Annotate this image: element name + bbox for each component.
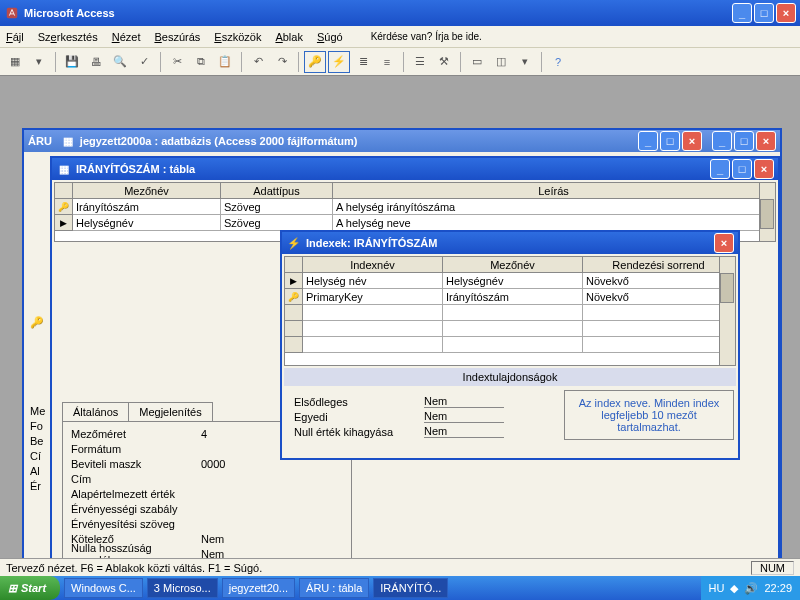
db-close-button[interactable]: × xyxy=(682,131,702,151)
table-minimize-button[interactable]: _ xyxy=(710,159,730,179)
grid-scrollbar[interactable] xyxy=(759,183,775,241)
tray-icon[interactable]: ◆ xyxy=(730,582,738,595)
field-row[interactable]: 🔑 Irányítószám Szöveg A helység irányító… xyxy=(55,199,775,215)
menu-help[interactable]: Súgó xyxy=(317,31,343,43)
index-row-selector[interactable]: ▶ xyxy=(285,273,303,289)
tab-general[interactable]: Általános xyxy=(62,402,129,421)
tab-display[interactable]: Megjelenítés xyxy=(128,402,212,421)
maximize-button[interactable]: □ xyxy=(754,3,774,23)
table-maximize-button[interactable]: □ xyxy=(732,159,752,179)
col-description[interactable]: Leírás xyxy=(333,183,775,199)
taskbar-item[interactable]: ÁRU : tábla xyxy=(299,578,369,598)
db-side-label: ÁRU xyxy=(28,135,52,147)
index-property-row[interactable]: ElsődlegesNem xyxy=(294,394,556,409)
col-datatype[interactable]: Adattípus xyxy=(221,183,333,199)
dropdown-icon[interactable]: ▾ xyxy=(28,51,50,73)
menu-insert[interactable]: Beszúrás xyxy=(154,31,200,43)
dropdown2-icon[interactable]: ▾ xyxy=(514,51,536,73)
windows-icon: ⊞ xyxy=(8,582,17,595)
menu-file[interactable]: Fájl xyxy=(6,31,24,43)
build-button[interactable]: ⚒ xyxy=(433,51,455,73)
cut-button[interactable]: ✂ xyxy=(166,51,188,73)
index-scrollbar[interactable] xyxy=(719,257,735,365)
tray-icon[interactable]: 🔊 xyxy=(744,582,758,595)
property-row[interactable]: Cím xyxy=(71,471,343,486)
index-section-header: Indextulajdonságok xyxy=(284,368,736,386)
index-row[interactable]: 🔑 PrimaryKey Irányítószám Növekvő xyxy=(285,289,735,305)
menu-edit[interactable]: Szerkesztés xyxy=(38,31,98,43)
delete-rows-button[interactable]: ≡ xyxy=(376,51,398,73)
copy-button[interactable]: ⧉ xyxy=(190,51,212,73)
menu-window[interactable]: Ablak xyxy=(275,31,303,43)
help-button[interactable]: ? xyxy=(547,51,569,73)
db-minimize2-button[interactable]: _ xyxy=(712,131,732,151)
property-value[interactable]: Nem xyxy=(201,533,224,545)
print-button[interactable]: 🖶 xyxy=(85,51,107,73)
lang-indicator[interactable]: HU xyxy=(709,582,725,594)
col-fieldname[interactable]: Mezőnév xyxy=(73,183,221,199)
key-button[interactable]: 🔑 xyxy=(304,51,326,73)
taskbar-item[interactable]: jegyzett20... xyxy=(222,578,295,598)
index-property-row[interactable]: Null érték kihagyásaNem xyxy=(294,424,556,439)
menubar: Fájl Szerkesztés Nézet Beszúrás Eszközök… xyxy=(0,26,800,48)
db-maximize-button[interactable]: □ xyxy=(660,131,680,151)
property-row[interactable]: Érvényesítési szöveg xyxy=(71,516,343,531)
index-row-selector-key[interactable]: 🔑 xyxy=(285,289,303,305)
index-row[interactable]: ▶ Helység név Helységnév Növekvő xyxy=(285,273,735,289)
property-value[interactable]: Nem xyxy=(424,395,504,408)
col-indexname[interactable]: Indexnév xyxy=(303,257,443,273)
indexes-button[interactable]: ⚡ xyxy=(328,51,350,73)
row-selector-key[interactable]: 🔑 xyxy=(55,199,73,215)
db-minimize-button[interactable]: _ xyxy=(638,131,658,151)
spell-button[interactable]: ✓ xyxy=(133,51,155,73)
statusbar: Tervező nézet. F6 = Ablakok közti váltás… xyxy=(0,558,800,576)
redo-button[interactable]: ↷ xyxy=(271,51,293,73)
property-label: Cím xyxy=(71,473,201,485)
db-close2-button[interactable]: × xyxy=(756,131,776,151)
index-property-row[interactable]: EgyediNem xyxy=(294,409,556,424)
property-row[interactable]: Érvényességi szabály xyxy=(71,501,343,516)
indexes-window[interactable]: ⚡ Indexek: IRÁNYÍTÓSZÁM × Indexnév Mezőn… xyxy=(280,230,740,460)
undo-button[interactable]: ↶ xyxy=(247,51,269,73)
table-close-button[interactable]: × xyxy=(754,159,774,179)
property-label: Alapértelmezett érték xyxy=(71,488,201,500)
indexes-close-button[interactable]: × xyxy=(714,233,734,253)
menu-tools[interactable]: Eszközök xyxy=(214,31,261,43)
property-row[interactable]: Alapértelmezett érték xyxy=(71,486,343,501)
property-value[interactable]: 4 xyxy=(201,428,207,440)
status-text: Tervező nézet. F6 = Ablakok közti váltás… xyxy=(6,562,262,574)
db-window-button[interactable]: ▭ xyxy=(466,51,488,73)
preview-button[interactable]: 🔍 xyxy=(109,51,131,73)
index-help-text: Az index neve. Minden index legfeljebb 1… xyxy=(564,390,734,440)
start-button[interactable]: ⊞ Start xyxy=(0,576,60,600)
property-value[interactable]: Nem xyxy=(424,425,504,438)
view-button[interactable]: ▦ xyxy=(4,51,26,73)
db-maximize2-button[interactable]: □ xyxy=(734,131,754,151)
field-row[interactable]: ▶ Helységnév Szöveg A helység neve xyxy=(55,215,775,231)
taskbar-item[interactable]: 3 Microso... xyxy=(147,578,218,598)
clock[interactable]: 22:29 xyxy=(764,582,792,594)
row-selector-current[interactable]: ▶ xyxy=(55,215,73,231)
col-sortorder[interactable]: Rendezési sorrend xyxy=(583,257,735,273)
app-titlebar: Microsoft Access _ □ × xyxy=(0,0,800,26)
system-tray[interactable]: HU ◆ 🔊 22:29 xyxy=(701,576,800,600)
toolbar: ▦ ▾ 💾 🖶 🔍 ✓ ✂ ⧉ 📋 ↶ ↷ 🔑 ⚡ ≣ ≡ ☰ ⚒ ▭ ◫ ▾ … xyxy=(0,48,800,76)
property-value[interactable]: 0000 xyxy=(201,458,225,470)
menu-view[interactable]: Nézet xyxy=(112,31,141,43)
property-value[interactable]: Nem xyxy=(424,410,504,423)
help-question[interactable]: Kérdése van? Írja be ide. xyxy=(371,31,482,42)
new-object-button[interactable]: ◫ xyxy=(490,51,512,73)
save-button[interactable]: 💾 xyxy=(61,51,83,73)
property-label: Null érték kihagyása xyxy=(294,426,424,438)
taskbar-item[interactable]: Windows C... xyxy=(64,578,143,598)
property-label: Elsődleges xyxy=(294,396,424,408)
index-grid[interactable]: Indexnév Mezőnév Rendezési sorrend ▶ Hel… xyxy=(284,256,736,366)
taskbar-item[interactable]: IRÁNYÍTÓ... xyxy=(373,578,448,598)
paste-button[interactable]: 📋 xyxy=(214,51,236,73)
properties-button[interactable]: ☰ xyxy=(409,51,431,73)
close-button[interactable]: × xyxy=(776,3,796,23)
mdi-area: ÁRU ▦ jegyzett2000a : adatbázis (Access … xyxy=(0,76,800,558)
insert-rows-button[interactable]: ≣ xyxy=(352,51,374,73)
col-indexfield[interactable]: Mezőnév xyxy=(443,257,583,273)
minimize-button[interactable]: _ xyxy=(732,3,752,23)
